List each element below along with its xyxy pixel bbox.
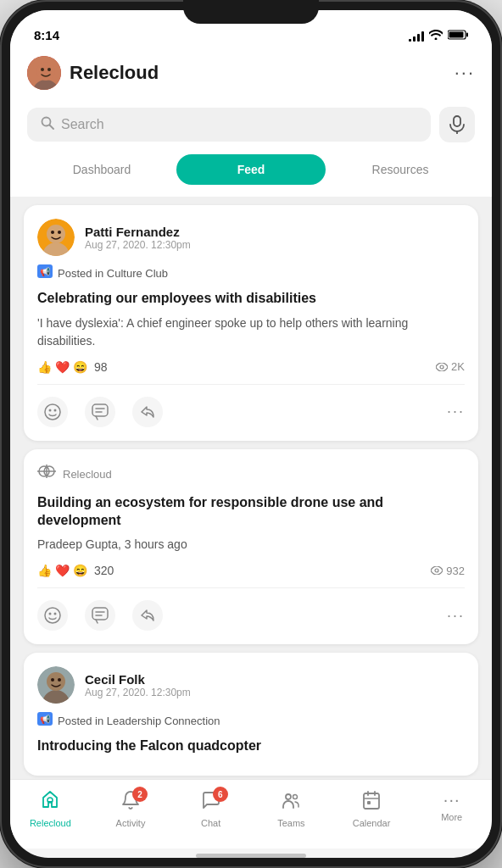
reactions: 👍 ❤️ 😄 320	[37, 564, 114, 577]
emoji-react-button[interactable]	[37, 600, 68, 631]
emoji-react-button[interactable]	[37, 397, 68, 427]
tab-feed[interactable]: Feed	[176, 154, 326, 185]
share-button[interactable]	[132, 600, 163, 631]
post-card: Cecil Folk Aug 27, 2020. 12:30pm 📢 Poste…	[24, 653, 478, 776]
svg-rect-46	[364, 793, 379, 809]
post-avatar-cecil	[37, 666, 75, 704]
reaction-thumbs: 👍	[37, 564, 52, 577]
svg-point-40	[58, 678, 61, 682]
svg-rect-50	[367, 801, 371, 804]
phone-frame: 8:14	[0, 0, 502, 868]
svg-point-19	[45, 404, 60, 420]
mic-button[interactable]	[439, 107, 475, 142]
nav-item-calendar[interactable]: Calendar	[332, 787, 412, 832]
post-title: Celebrating our employees with disabilit…	[37, 290, 465, 308]
search-bar[interactable]: Search	[27, 108, 431, 142]
post-channel: 📢 Posted in Leadership Connection	[37, 712, 465, 729]
post-stats: 👍 ❤️ 😄 98 2K	[37, 360, 465, 385]
search-placeholder: Search	[61, 117, 104, 132]
svg-point-45	[293, 795, 298, 799]
post-avatar-patti	[37, 219, 75, 256]
post-body: 'I have dyslexia': A chief engineer spok…	[37, 314, 465, 350]
post-actions: ···	[37, 600, 465, 631]
tabs-container: Dashboard Feed Resources	[10, 154, 492, 197]
feed: Patti Fernandez Aug 27, 2020. 12:30pm 📢 …	[10, 197, 492, 779]
relecloud-icon	[37, 463, 56, 486]
leadership-icon: 📢	[37, 712, 53, 729]
view-count: 2K	[436, 360, 465, 373]
nav-item-chat[interactable]: 6 Chat	[170, 787, 251, 832]
svg-rect-22	[92, 404, 108, 416]
culture-club-icon: 📢	[37, 264, 53, 281]
post-title: Building an ecosystem for responsible dr…	[37, 494, 465, 530]
nav-item-relecloud[interactable]: Relecloud	[10, 787, 91, 832]
comment-button[interactable]	[85, 397, 115, 427]
phone-screen: 8:14	[10, 10, 492, 858]
reaction-laugh: 😄	[73, 360, 87, 374]
status-icons	[409, 30, 468, 42]
svg-point-14	[51, 231, 54, 234]
signal-bars-icon	[409, 31, 424, 42]
reaction-heart: ❤️	[55, 564, 70, 577]
post-more-button[interactable]: ···	[447, 403, 465, 420]
post-header: Patti Fernandez Aug 27, 2020. 12:30pm	[37, 219, 465, 256]
reaction-count: 98	[94, 360, 108, 374]
nav-label-more: More	[441, 812, 462, 822]
post-actions: ···	[37, 397, 465, 427]
app-header: Relecloud ···	[10, 47, 492, 100]
svg-point-18	[440, 365, 443, 369]
view-count: 932	[431, 565, 465, 577]
nav-label-chat: Chat	[201, 818, 220, 828]
svg-point-32	[54, 613, 57, 615]
nav-item-activity[interactable]: 2 Activity	[91, 787, 171, 832]
relecloud-source: Relecloud	[63, 468, 112, 481]
svg-rect-2	[449, 32, 464, 38]
comment-button[interactable]	[85, 600, 115, 631]
svg-point-21	[54, 409, 57, 411]
post-time: Aug 27, 2020. 12:30pm	[85, 687, 191, 698]
reaction-count: 320	[94, 564, 114, 577]
status-time: 8:14	[34, 28, 59, 42]
post-more-button[interactable]: ···	[447, 607, 465, 625]
chat-nav-icon: 6	[201, 790, 221, 815]
relecloud-header: Relecloud	[37, 463, 465, 486]
post-card: Patti Fernandez Aug 27, 2020. 12:30pm 📢 …	[24, 205, 478, 441]
activity-badge: 2	[132, 787, 148, 802]
view-count-value: 932	[446, 565, 465, 577]
post-title: Introducing the Falcon quadcopter	[37, 737, 465, 755]
svg-point-20	[49, 409, 52, 411]
header-more-button[interactable]: ···	[455, 62, 475, 84]
reaction-heart: ❤️	[55, 360, 70, 374]
svg-point-13	[47, 225, 65, 243]
app-title: Relecloud	[70, 62, 446, 84]
avatar[interactable]	[27, 56, 61, 90]
wifi-icon	[429, 30, 443, 42]
tab-resources[interactable]: Resources	[326, 154, 475, 185]
post-meta: Patti Fernandez Aug 27, 2020. 12:30pm	[85, 225, 191, 251]
svg-point-30	[45, 608, 60, 623]
nav-label-relecloud: Relecloud	[30, 818, 71, 828]
svg-rect-33	[92, 608, 108, 620]
reactions: 👍 ❤️ 😄 98	[37, 360, 108, 374]
svg-point-44	[286, 794, 291, 799]
post-author: Patti Fernandez	[85, 225, 191, 239]
reaction-thumbs: 👍	[37, 360, 52, 374]
tab-dashboard[interactable]: Dashboard	[27, 154, 176, 185]
svg-point-38	[47, 672, 65, 691]
post-meta: Cecil Folk Aug 27, 2020. 12:30pm	[85, 672, 191, 698]
view-count-value: 2K	[451, 360, 465, 373]
post-header: Cecil Folk Aug 27, 2020. 12:30pm	[37, 666, 465, 704]
svg-point-4	[36, 62, 55, 81]
svg-point-39	[51, 678, 54, 682]
share-button[interactable]	[132, 397, 163, 427]
nav-label-teams: Teams	[277, 818, 304, 828]
nav-label-activity: Activity	[116, 818, 146, 828]
post-channel: 📢 Posted in Culture Club	[37, 264, 465, 281]
nav-item-more[interactable]: ··· More	[411, 787, 492, 832]
chat-badge: 6	[213, 787, 228, 802]
svg-point-31	[49, 613, 52, 615]
reaction-laugh: 😄	[73, 564, 87, 577]
battery-icon	[448, 30, 468, 42]
notch	[183, 0, 319, 24]
nav-item-teams[interactable]: Teams	[251, 787, 332, 832]
